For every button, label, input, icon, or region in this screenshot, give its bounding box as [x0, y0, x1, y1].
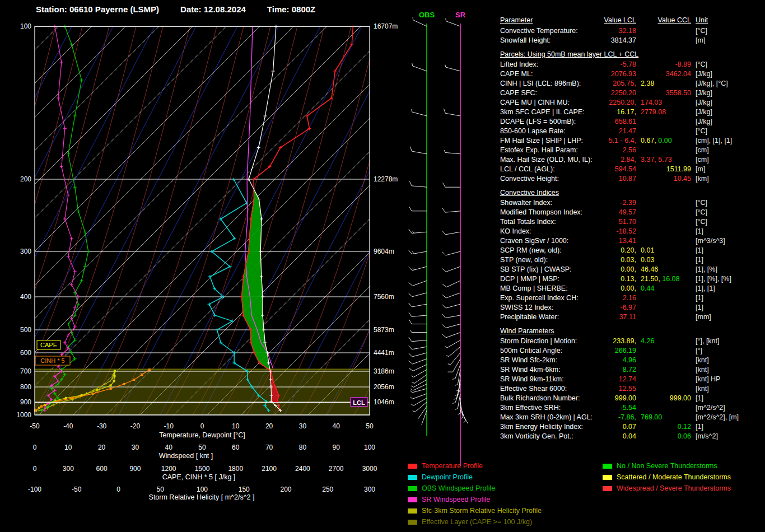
- param-value-ccl: [641, 236, 691, 246]
- col-value-ccl: Value CCL: [641, 15, 691, 26]
- svg-text:3000: 3000: [362, 465, 377, 473]
- legend-swatch: [408, 520, 417, 525]
- param-value-lcl: 999.00: [601, 394, 636, 403]
- param-label: 3km Energy Helicity Index:: [500, 422, 596, 432]
- svg-text:-20: -20: [130, 422, 141, 430]
- param-row: 3km Vorticity Gen. Pot.:0.040.06[m/s^2]: [500, 432, 763, 441]
- svg-text:600: 600: [20, 349, 31, 357]
- param-unit: [°C]: [696, 217, 763, 227]
- svg-text:900: 900: [129, 465, 141, 473]
- param-label: DCAPE (LFS = 500mB):: [500, 117, 596, 127]
- param-unit: [J/kg]: [696, 108, 763, 117]
- svg-text:200: 200: [280, 486, 291, 493]
- svg-text:600: 600: [96, 465, 108, 473]
- svg-text:80: 80: [299, 444, 307, 451]
- svg-text:5873m: 5873m: [374, 326, 394, 334]
- legend-label: OBS Windspeed Profile: [422, 484, 495, 492]
- param-row: Total Totals Index:51.70[°C]: [500, 217, 763, 227]
- legend-label: Widespread / Severe Thunderstorms: [617, 484, 731, 492]
- svg-text:40: 40: [333, 422, 340, 430]
- param-label: KO Index:: [500, 227, 596, 236]
- param-row: LCL / CCL (AGL):594.541511.99[m]: [500, 165, 763, 174]
- svg-text:0: 0: [33, 465, 37, 473]
- svg-text:250: 250: [322, 486, 333, 493]
- param-value-lcl: 10.87: [601, 174, 636, 184]
- param-unit: [°C]: [696, 208, 763, 217]
- param-unit: [°C]: [696, 60, 763, 69]
- svg-text:OBS: OBS: [419, 11, 435, 19]
- param-unit: [m]: [696, 36, 763, 45]
- svg-text:-10: -10: [164, 422, 174, 430]
- param-label: Bulk Richardson Number:: [500, 394, 596, 403]
- bottom-axes: -50-40-30-20-1001020304050Temperature, D…: [28, 422, 377, 501]
- legend-label: Scattered / Moderate Thunderstorms: [617, 473, 731, 481]
- svg-text:7560m: 7560m: [374, 293, 394, 301]
- param-row: Convective Height:10.8710.45[km]: [500, 174, 763, 184]
- param-row: SR Wind Sfc-2km:4.96[knt]: [500, 356, 763, 365]
- legend-label: Effective Layer (CAPE >= 100 J/kg): [422, 518, 532, 526]
- legend-swatch: [408, 475, 417, 480]
- legend-item: Widespread / Severe Thunderstorms: [603, 483, 731, 494]
- param-row: Lifted Index:-5.78-8.89[°C]: [500, 60, 763, 69]
- col-value-lcl: Value LCL: [601, 15, 636, 26]
- param-value-ccl: 3462.04: [641, 69, 691, 79]
- svg-text:400: 400: [20, 293, 31, 301]
- legend-item: No / Non Severe Thunderstorms: [603, 460, 731, 472]
- svg-text:CAPE, CINH * 5 [ J/kg ]: CAPE, CINH * 5 [ J/kg ]: [162, 473, 236, 481]
- legend-swatch: [603, 475, 612, 480]
- param-value-lcl: 12.74: [601, 375, 636, 384]
- param-unit: [knt]: [696, 365, 763, 375]
- param-row: Craven SigSvr / 1000:13.41[m^3/s^3]: [500, 236, 763, 246]
- legend-item: SR Windspeed Profile: [408, 494, 542, 505]
- param-value-ccl: 0.67, 0.00: [641, 136, 691, 146]
- plot-border: [35, 26, 370, 415]
- legend-swatch: [603, 486, 612, 491]
- param-value-lcl: 0.20,: [601, 246, 636, 255]
- param-value-lcl: 12.55: [601, 384, 636, 394]
- effective-layer-band: [35, 369, 370, 415]
- param-unit: [°C]: [696, 127, 763, 136]
- legend-item: Scattered / Moderate Thunderstorms: [603, 472, 731, 483]
- param-value-ccl: 2.38: [641, 79, 691, 88]
- svg-text:300: 300: [20, 248, 31, 255]
- svg-text:-30: -30: [97, 422, 107, 430]
- param-value-ccl: [641, 356, 691, 365]
- param-label: 3km Vorticity Gen. Pot.:: [500, 432, 596, 441]
- param-value-lcl: 5.1 - 6.4,: [601, 136, 636, 146]
- param-unit: [mm]: [696, 312, 763, 322]
- param-unit: [1]: [696, 246, 763, 255]
- param-unit: [km]: [696, 174, 763, 184]
- param-value-lcl: 37.11: [601, 312, 636, 322]
- svg-text:100: 100: [197, 486, 208, 493]
- param-row: DCP | MMP | MSP:0.13,21.50, 16.08[1], [%…: [500, 274, 763, 284]
- param-value-lcl: -5.54: [601, 403, 636, 413]
- param-value-ccl: 0.01: [641, 246, 691, 255]
- param-unit: [knt]: [696, 356, 763, 365]
- param-value-ccl: [641, 303, 691, 312]
- param-row: KO Index:-18.52[1]: [500, 227, 763, 236]
- param-unit: [°]: [696, 346, 763, 356]
- svg-text:900: 900: [20, 398, 31, 406]
- svg-text:1800: 1800: [228, 465, 243, 473]
- skewt-background-grid: [0, 26, 498, 415]
- legend-swatch: [408, 486, 417, 491]
- param-label: SR Wind 4km-6km:: [500, 365, 596, 375]
- param-row: Effective Shear 6000:12.55[knt]: [500, 384, 763, 394]
- param-unit: [1], [%], [%]: [696, 274, 763, 284]
- section-header: Wind Parameters: [500, 326, 763, 337]
- svg-text:2056m: 2056m: [374, 383, 394, 391]
- param-value-lcl: 16.17,: [601, 108, 636, 117]
- param-label: Convective Height:: [500, 174, 596, 184]
- svg-text:9604m: 9604m: [374, 248, 394, 255]
- param-value-lcl: 2.56: [601, 146, 636, 155]
- svg-text:40: 40: [165, 444, 173, 451]
- param-value-lcl: 2250.20: [601, 88, 636, 98]
- param-unit: [knt]: [696, 384, 763, 394]
- skewt-diagram: 10016707m20012278m3009604m4007560m500587…: [0, 0, 498, 532]
- param-unit: [m/s^2]: [696, 432, 763, 441]
- svg-text:100: 100: [364, 444, 375, 451]
- svg-text:4441m: 4441m: [374, 349, 394, 357]
- param-value-lcl: 3814.37: [601, 36, 636, 45]
- svg-text:CINH * 5: CINH * 5: [40, 357, 64, 364]
- param-value-lcl: 266.19: [601, 346, 636, 356]
